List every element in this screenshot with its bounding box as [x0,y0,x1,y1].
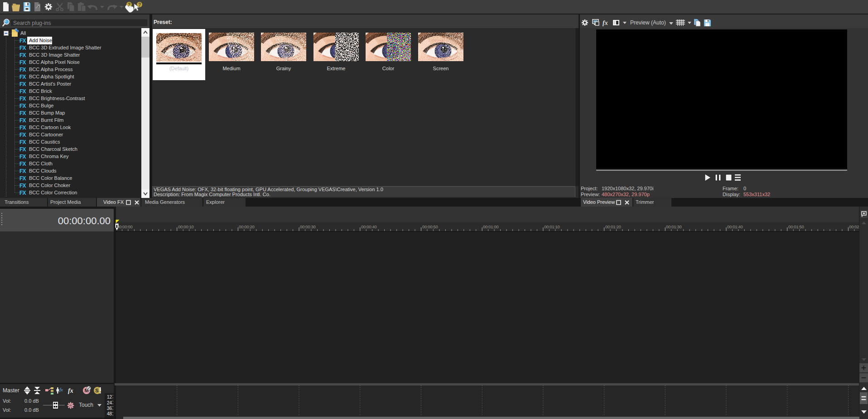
svg-text:FX: FX [19,45,26,51]
svg-text:FX: FX [19,168,26,174]
svg-text:FX: FX [19,103,26,109]
svg-text:fx: fx [603,19,608,26]
svg-text:FX: FX [19,74,26,80]
svg-text:FX: FX [19,139,26,145]
svg-text:R: R [69,404,72,408]
svg-text:FX: FX [19,132,26,138]
svg-text:FX: FX [19,59,26,66]
svg-text:FX: FX [19,117,26,124]
svg-text:FX: FX [19,81,26,87]
svg-text:FX: FX [19,161,26,167]
svg-text:fx: fx [59,387,63,392]
svg-text:FX: FX [19,96,26,102]
svg-text:FX: FX [19,190,26,196]
svg-text:FX: FX [19,146,26,153]
svg-text:FX: FX [19,110,26,116]
svg-text:FX: FX [19,175,26,182]
svg-text:FX: FX [19,52,26,58]
svg-text:FX: FX [19,88,26,95]
svg-text:fx: fx [68,387,73,394]
svg-text:?: ? [138,2,141,7]
svg-text:FX: FX [19,154,26,160]
svg-text:FX: FX [19,38,26,44]
svg-text:S: S [95,388,98,393]
svg-text:FX: FX [19,183,26,189]
svg-text:FX: FX [19,125,26,131]
svg-text:FX: FX [19,67,26,73]
